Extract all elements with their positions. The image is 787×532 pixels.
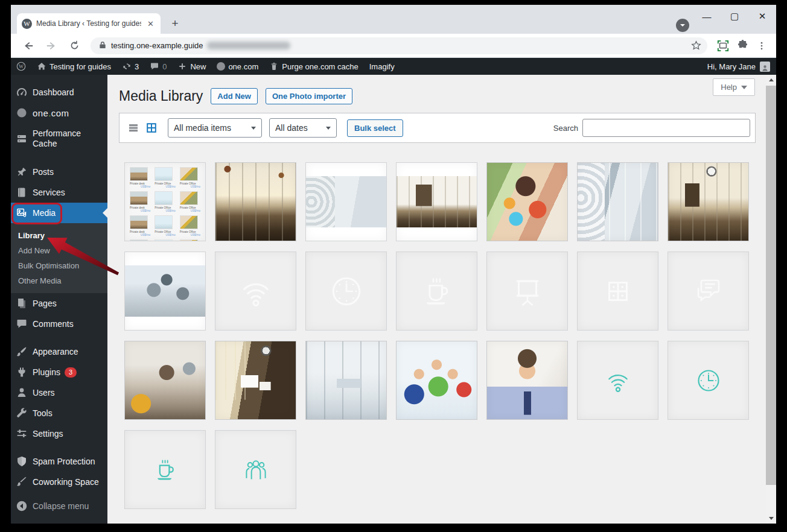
tab-strip: W Media Library ‹ Testing for guides ✕ +… (11, 5, 776, 34)
coworking-people-photo[interactable] (124, 341, 206, 420)
chevron-down-icon (741, 86, 747, 89)
sidebar-item-tools[interactable]: Tools (11, 403, 107, 423)
onecom-circle-icon (16, 107, 28, 119)
sidebar-item-comments[interactable]: Comments (11, 314, 107, 334)
back-icon[interactable] (21, 38, 36, 54)
mini-listing-card: Private OfficeUS$/mo (180, 215, 200, 236)
media-item-coffee-icon-faint[interactable] (396, 252, 477, 331)
team-meeting-photo[interactable] (124, 252, 206, 331)
add-new-button[interactable]: Add New (211, 88, 258, 104)
sidebar-item-collapse-menu[interactable]: Collapse menu (11, 496, 107, 516)
admin-bar-greeting[interactable]: Hi, Mary Jane (707, 62, 756, 71)
sidebar-item-spam-protection[interactable]: Spam Protection (11, 451, 107, 472)
extensions-puzzle-icon[interactable] (734, 37, 751, 54)
lock-icon (99, 40, 106, 51)
maximize-button[interactable]: ▢ (721, 5, 748, 28)
scroll-down-icon[interactable] (766, 513, 776, 524)
businessman-portrait-photo[interactable] (486, 341, 568, 420)
media-icon (16, 207, 28, 219)
sidebar-item-media[interactable]: Media (11, 203, 107, 223)
grid-view-icon[interactable] (142, 119, 161, 137)
search-input[interactable] (582, 119, 750, 137)
admin-bar-comments[interactable]: 0 (144, 58, 172, 75)
help-button[interactable]: Help (713, 78, 755, 96)
media-item-coffee-icon-teal[interactable] (124, 430, 206, 509)
forward-icon[interactable] (43, 38, 59, 54)
sidebar-item-one-com[interactable]: one.com (11, 103, 107, 123)
admin-bar-site-name[interactable]: Testing for guides (31, 58, 116, 75)
scrollbar-thumb[interactable] (766, 86, 776, 485)
sidebar-subitem-other-media[interactable]: Other Media (11, 273, 107, 288)
media-item-wifi-icon-faint[interactable] (215, 252, 296, 331)
media-item-window-icon-faint[interactable] (577, 252, 658, 331)
tab-close-icon[interactable]: ✕ (145, 19, 156, 28)
sidebar-item-performance-cache[interactable]: Performance Cache (11, 123, 107, 154)
admin-bar-purge-cache[interactable]: Purge one.com cache (264, 58, 363, 75)
new-tab-button[interactable]: + (168, 17, 182, 31)
people-with-drinks-photo[interactable] (486, 162, 568, 241)
admin-bar-imagify[interactable]: Imagify (364, 58, 400, 75)
glass-meeting-room-photo[interactable] (305, 341, 387, 420)
screenshot-extension-icon[interactable] (715, 37, 731, 54)
sidebar-subitem-add-new[interactable]: Add New (11, 243, 107, 258)
page-scrollbar[interactable] (766, 75, 776, 524)
wp-logo-icon[interactable]: W (11, 58, 31, 75)
sidebar-item-dashboard[interactable]: Dashboard (11, 82, 107, 103)
url-bar[interactable]: testing.one-example.guide (91, 37, 707, 54)
browser-menu-kebab-icon[interactable] (753, 37, 770, 54)
sidebar-item-appearance[interactable]: Appearance (11, 341, 107, 362)
sidebar-subitem-library[interactable]: Library (11, 228, 107, 243)
admin-bar-onecom[interactable]: one.com (211, 58, 264, 75)
bookmark-star-icon[interactable] (691, 40, 701, 51)
sidebar-item-settings[interactable]: Settings (11, 423, 107, 444)
mini-listing-card: Private deskUS$/mo (130, 239, 150, 241)
media-item-people-icon-teal[interactable] (215, 430, 296, 509)
scroll-up-icon[interactable] (766, 75, 776, 85)
office-desk-frame-photo[interactable] (396, 162, 477, 241)
wp-content-area: Help Media Library Add New One Photo imp… (107, 75, 776, 524)
browser-tab[interactable]: W Media Library ‹ Testing for guides ✕ (17, 13, 161, 34)
sidebar-item-coworking-space[interactable]: Coworking Space (11, 472, 107, 492)
media-item-clock-icon-faint[interactable] (305, 252, 387, 331)
sidebar-item-label: one.com (33, 108, 69, 118)
mini-listing-card: Private OfficeUS$/mo (155, 191, 175, 212)
tab-search-icon[interactable] (676, 19, 689, 32)
office-clock-photo[interactable] (668, 162, 749, 241)
team-smiling-photo[interactable] (396, 341, 477, 420)
media-type-filter-select[interactable]: All media items (168, 118, 262, 138)
media-item-wifi-icon-teal[interactable] (577, 341, 658, 420)
bulk-select-button[interactable]: Bulk select (347, 119, 403, 137)
user-avatar[interactable] (760, 62, 770, 72)
close-button[interactable]: ✕ (748, 5, 776, 28)
wordpress-favicon-icon: W (22, 19, 32, 29)
desk-monitors-photo[interactable] (215, 341, 296, 420)
sidebar-item-label: Tools (33, 408, 53, 418)
sidebar-item-posts[interactable]: Posts (11, 162, 107, 182)
admin-bar-new[interactable]: New (172, 58, 211, 75)
glass-partition-photo[interactable] (577, 162, 658, 241)
update-count-badge: 3 (65, 367, 77, 378)
sidebar-item-services[interactable]: Services (11, 182, 107, 203)
site-screenshot-thumbnail[interactable]: Private deskUS$/moPrivate OfficeUS$/moPr… (124, 162, 206, 241)
sidebar-item-users[interactable]: Users (11, 382, 107, 403)
patterned-divider-photo[interactable] (305, 162, 387, 241)
mini-listing-card: Private OfficeUS$/mo (155, 167, 175, 188)
sidebar-item-label: Coworking Space (33, 477, 99, 487)
one-photo-importer-button[interactable]: One Photo importer (266, 88, 352, 104)
list-view-icon[interactable] (124, 119, 142, 137)
comments-bubble-icon (150, 62, 159, 71)
mini-listing-card: Private deskUS$/mo (130, 191, 150, 212)
sidebar-subitem-bulk-optimisation[interactable]: Bulk Optimisation (11, 258, 107, 273)
office-loft-photo[interactable] (215, 162, 296, 241)
reload-icon[interactable] (66, 38, 82, 54)
minimize-button[interactable]: — (693, 5, 721, 28)
sidebar-item-plugins[interactable]: Plugins3 (11, 362, 107, 382)
media-item-chat-icon-faint[interactable] (668, 252, 749, 331)
mini-listing-card: Private deskUS$/mo (130, 215, 150, 236)
media-item-screen-icon-faint[interactable] (486, 252, 568, 331)
sidebar-item-pages[interactable]: Pages (11, 293, 107, 314)
plugins-icon (16, 366, 28, 378)
admin-bar-updates[interactable]: 3 (116, 58, 144, 75)
media-item-clock-icon-teal[interactable] (668, 341, 749, 420)
date-filter-select[interactable]: All dates (269, 118, 337, 138)
